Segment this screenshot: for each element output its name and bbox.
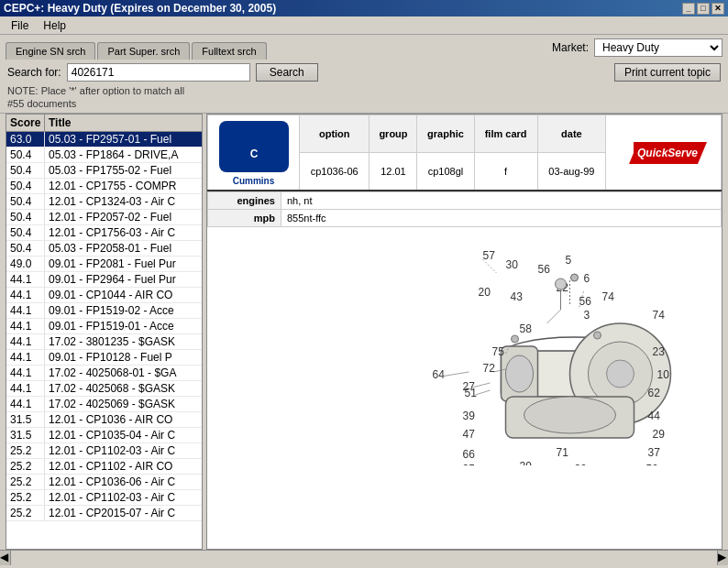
toolbar: Engine SN srch Part Super. srch Fulltext…	[0, 35, 728, 60]
result-score: 63.0	[6, 132, 45, 147]
mpb-row: mpb 855nt-ffc	[208, 210, 722, 227]
close-button[interactable]: ✕	[711, 3, 724, 15]
col-date-label: date	[537, 115, 605, 153]
svg-text:5: 5	[566, 254, 572, 267]
table-row[interactable]: 44.117.02 - 4025069 - $GASK	[6, 397, 202, 412]
val-filmcard: f	[474, 152, 537, 191]
val-graphic: cp108gl	[417, 152, 474, 191]
result-score: 44.1	[6, 272, 45, 287]
market-dropdown[interactable]: Heavy Duty Light Duty Industrial	[594, 38, 722, 57]
svg-text:29: 29	[520, 460, 533, 465]
table-row[interactable]: 44.117.02 - 4025068-01 - $GA	[6, 366, 202, 381]
svg-text:37: 37	[648, 446, 661, 459]
result-score: 44.1	[6, 288, 45, 302]
table-row[interactable]: 44.117.02 - 3801235 - $GASK	[6, 334, 202, 350]
svg-text:QuickServe: QuickServe	[637, 147, 698, 159]
result-title: 09.01 - FP10128 - Fuel P	[45, 350, 176, 365]
result-title: 17.02 - 4025069 - $GASK	[45, 397, 179, 411]
table-row[interactable]: 44.109.01 - FP1519-01 - Acce	[6, 319, 202, 334]
market-section: Market: Heavy Duty Light Duty Industrial	[552, 38, 722, 60]
svg-text:71: 71	[557, 446, 569, 459]
result-score: 50.4	[6, 147, 45, 162]
result-title: 12.01 - CP2015-07 - Air C	[45, 506, 179, 520]
svg-rect-0	[219, 121, 289, 172]
window-controls: _ □ ✕	[682, 3, 724, 15]
result-score: 44.1	[6, 381, 45, 396]
svg-text:74: 74	[653, 309, 666, 322]
result-title: 05.03 - FP2957-01 - Fuel	[45, 132, 175, 147]
info-table: engines nh, nt mpb 855nt-ffc	[207, 191, 722, 227]
result-title: 12.01 - CP1036-06 - Air C	[45, 475, 179, 489]
table-row[interactable]: 63.005.03 - FP2957-01 - Fuel	[6, 132, 202, 147]
table-row[interactable]: 44.109.01 - CP1044 - AIR CO	[6, 288, 202, 303]
svg-text:39: 39	[463, 410, 476, 422]
result-title: 09.01 - FP1519-02 - Acce	[45, 303, 178, 318]
result-score: 25.2	[6, 475, 45, 489]
table-row[interactable]: 25.212.01 - CP1102-03 - Air C	[6, 490, 202, 506]
table-row[interactable]: 50.405.03 - FP1755-02 - Fuel	[6, 163, 202, 179]
svg-text:43: 43	[511, 290, 524, 303]
result-title: 12.01 - CP1035-04 - Air C	[45, 428, 179, 442]
svg-text:39: 39	[575, 463, 588, 465]
table-row[interactable]: 25.212.01 - CP1102 - AIR CO	[6, 459, 202, 475]
col-header-title: Title	[45, 115, 74, 131]
svg-text:44: 44	[648, 410, 661, 422]
maximize-button[interactable]: □	[697, 3, 710, 15]
minimize-button[interactable]: _	[682, 3, 695, 15]
menu-help[interactable]: Help	[36, 17, 73, 34]
scroll-left-btn[interactable]: ◀	[0, 551, 11, 565]
svg-text:20: 20	[479, 286, 491, 299]
result-score: 50.4	[6, 210, 45, 224]
tab-part-super[interactable]: Part Super. srch	[97, 42, 190, 60]
table-row[interactable]: 44.109.01 - FP1519-02 - Acce	[6, 303, 202, 319]
result-score: 44.1	[6, 397, 45, 411]
result-score: 50.4	[6, 163, 45, 178]
table-row[interactable]: 44.109.01 - FP10128 - Fuel P	[6, 350, 202, 366]
result-title: 17.02 - 4025068 - $GASK	[45, 381, 179, 396]
svg-point-23	[556, 279, 567, 289]
search-button[interactable]: Search	[256, 63, 318, 82]
svg-text:58: 58	[520, 322, 533, 335]
menu-file[interactable]: File	[4, 17, 36, 34]
table-row[interactable]: 44.109.01 - FP2964 - Fuel Pur	[6, 272, 202, 288]
doc-panel[interactable]: C Cummins option group graphic film card…	[206, 114, 722, 550]
table-row[interactable]: 50.412.01 - FP2057-02 - Fuel	[6, 210, 202, 225]
table-row[interactable]: 50.405.03 - FP2058-01 - Fuel	[6, 241, 202, 257]
results-header: Score Title	[6, 115, 202, 132]
svg-text:23: 23	[653, 345, 666, 358]
svg-text:75: 75	[492, 345, 505, 358]
result-score: 50.4	[6, 194, 45, 209]
search-area: Search for: Search Print current topic N…	[0, 60, 728, 114]
tab-engine-sn[interactable]: Engine SN srch	[6, 42, 95, 60]
result-title: 12.01 - CP1756-03 - Air C	[45, 225, 179, 240]
result-title: 12.01 - CP1755 - COMPR	[45, 179, 180, 193]
result-score: 31.5	[6, 412, 45, 427]
table-row[interactable]: 50.405.03 - FP1864 - DRIVE,A	[6, 147, 202, 163]
search-label: Search for:	[7, 66, 61, 79]
result-title: 09.01 - FP1519-01 - Acce	[45, 319, 178, 333]
doc-header-table: C Cummins option group graphic film card…	[207, 115, 722, 191]
cummins-logo-cell: C Cummins	[208, 115, 300, 191]
table-row[interactable]: 25.212.01 - CP2015-07 - Air C	[6, 506, 202, 521]
scroll-right-btn[interactable]: ▶	[717, 551, 728, 565]
result-score: 25.2	[6, 443, 45, 458]
svg-text:6: 6	[584, 272, 590, 285]
result-title: 17.02 - 3801235 - $GASK	[45, 334, 179, 349]
table-row[interactable]: 49.009.01 - FP2081 - Fuel Pur	[6, 257, 202, 272]
results-panel[interactable]: Score Title 63.005.03 - FP2957-01 - Fuel…	[6, 114, 203, 550]
table-row[interactable]: 44.117.02 - 4025068 - $GASK	[6, 381, 202, 397]
table-row[interactable]: 25.212.01 - CP1036-06 - Air C	[6, 475, 202, 490]
table-row[interactable]: 25.212.01 - CP1102-03 - Air C	[6, 443, 202, 459]
search-input[interactable]	[67, 63, 250, 82]
result-title: 05.03 - FP1755-02 - Fuel	[45, 163, 175, 178]
table-row[interactable]: 31.512.01 - CP1036 - AIR CO	[6, 412, 202, 428]
tab-fulltext[interactable]: Fulltext srch	[192, 42, 266, 60]
svg-text:30: 30	[506, 258, 519, 271]
table-row[interactable]: 50.412.01 - CP1755 - COMPR	[6, 179, 202, 194]
table-row[interactable]: 31.512.01 - CP1035-04 - Air C	[6, 428, 202, 443]
print-button[interactable]: Print current topic	[614, 63, 721, 82]
app-title: CEPC+: Heavy Duty (Expires on December 3…	[4, 2, 276, 15]
table-row[interactable]: 50.412.01 - CP1756-03 - Air C	[6, 225, 202, 241]
table-row[interactable]: 50.412.01 - CP1324-03 - Air C	[6, 194, 202, 210]
horizontal-scrollbar[interactable]: ◀ ▶	[0, 550, 728, 564]
